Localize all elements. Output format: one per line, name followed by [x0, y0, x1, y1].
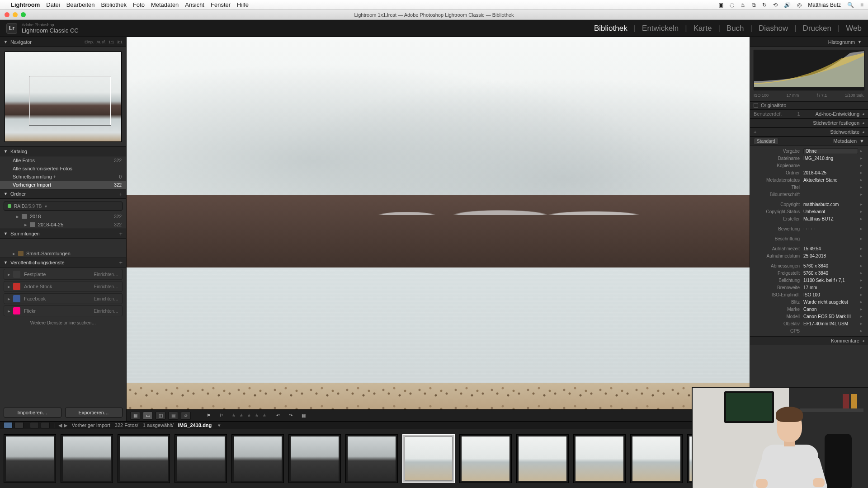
quickdev-header[interactable]: Benutzerdef.1Ad-hoc-Entwicklung◂ — [750, 109, 868, 118]
module-entwickeln[interactable]: Entwickeln — [642, 24, 679, 33]
metadata-row[interactable]: ISO-Empfindl.ISO 100▸ — [754, 291, 864, 298]
compare-view-button[interactable]: ◫ — [156, 412, 165, 420]
loupe-view-button[interactable]: ▭ — [143, 412, 153, 420]
survey-view-button[interactable]: ▤ — [168, 412, 178, 420]
metadata-row[interactable]: ErstellerMatthias BUTZ▸ — [754, 215, 864, 222]
menu-bearbeiten[interactable]: Bearbeiten — [66, 1, 95, 8]
metadata-row[interactable]: ObjektivEF17-40mm f/4L USM▸ — [754, 320, 864, 327]
katalog-row[interactable]: Alle synchronisierten Fotos — [0, 164, 126, 173]
metadata-row[interactable]: MarkeCanon▸ — [754, 305, 864, 313]
menu-fenster[interactable]: Fenster — [211, 1, 231, 8]
forward-button[interactable]: ▶ — [64, 422, 67, 428]
loupe-view[interactable]: ▦ ▭ ◫ ▤ ☺ ⚑ ⚐ ★ ★ ★ ★ ★ ↶ ↷ ▦ — [127, 37, 750, 421]
back-button[interactable]: ◀ — [58, 422, 62, 428]
folder-row[interactable]: ▸2018322 — [0, 212, 126, 221]
search-icon[interactable]: 🔍 — [847, 2, 854, 8]
navigator-header[interactable]: ▼ Navigator Einp. Ausf. 1:1 3:1 — [0, 37, 126, 47]
publish-more-link[interactable]: Weitere Dienste online suchen… — [0, 318, 126, 328]
wifi-icon[interactable]: ⟲ — [773, 2, 778, 8]
metadata-row[interactable]: Abmessungen5760 x 3840▸ — [754, 262, 864, 269]
user-name[interactable]: Matthias Butz — [808, 2, 841, 8]
smart-collections-row[interactable]: ▸ Smart-Sammlungen — [0, 249, 126, 258]
flame-icon[interactable]: ♨ — [741, 2, 745, 8]
volume-icon[interactable]: 🔊 — [784, 2, 791, 8]
nav-1to1[interactable]: 1:1 — [108, 40, 114, 44]
close-window-button[interactable] — [5, 12, 9, 17]
dropbox-icon[interactable]: ⧉ — [752, 2, 756, 8]
photo-preview[interactable] — [127, 37, 750, 421]
add-folder-icon[interactable]: + — [119, 191, 123, 197]
menu-metadaten[interactable]: Metadaten — [151, 1, 179, 8]
add-collection-icon[interactable]: + — [119, 230, 123, 237]
minimize-window-button[interactable] — [13, 12, 18, 17]
module-bibliothek[interactable]: Bibliothek — [594, 24, 627, 33]
folder-row[interactable]: ▸2018-04-25322 — [0, 221, 126, 229]
ordner-header[interactable]: ▼Ordner+ — [0, 189, 126, 199]
metadata-row[interactable]: Copyright-StatusUnbekannt▸ — [754, 208, 864, 215]
app-menu[interactable]: Lightroom — [11, 1, 40, 8]
metadata-row[interactable]: Belichtung1/100 Sek. bei f / 7,1▸ — [754, 277, 864, 284]
import-button[interactable]: Importieren… — [4, 408, 61, 418]
metadata-row[interactable]: Aufnahmezeit15:49:54▸ — [754, 245, 864, 252]
filmstrip-thumb[interactable] — [175, 434, 227, 483]
publish-header[interactable]: ▼Veröffentlichungsdienste+ — [0, 258, 126, 267]
metadata-row[interactable]: ModellCanon EOS 5D Mark III▸ — [754, 313, 864, 320]
status-icon[interactable]: ▣ — [718, 2, 723, 8]
rotate-left-button[interactable]: ↶ — [273, 412, 283, 420]
metadata-row[interactable]: Beschriftung▸ — [754, 235, 864, 242]
secondary-display-button[interactable] — [4, 422, 13, 428]
flag-reject-button[interactable]: ⚐ — [216, 412, 226, 420]
metadata-preset-dropdown[interactable]: Standard — [754, 138, 778, 145]
secondary-display-2-button[interactable] — [14, 422, 24, 428]
katalog-row[interactable]: Alle Fotos322 — [0, 156, 126, 164]
grid-view-button[interactable]: ▦ — [130, 412, 140, 420]
filmstrip-thumb[interactable] — [345, 434, 398, 483]
metadata-row[interactable]: Titel▸ — [754, 183, 864, 191]
filmstrip-thumb[interactable] — [118, 434, 170, 483]
nav-3to1[interactable]: 3:1 — [117, 40, 123, 44]
flag-pick-button[interactable]: ⚑ — [203, 412, 213, 420]
chevron-down-icon[interactable]: ▾ — [218, 422, 221, 428]
module-diashow[interactable]: Diashow — [759, 24, 788, 33]
menu-foto[interactable]: Foto — [133, 1, 145, 8]
keywords-header[interactable]: Stichwörter festlegen◂ — [750, 118, 868, 127]
filmstrip-thumb[interactable] — [459, 434, 512, 483]
metadata-row[interactable]: BlitzWurde nicht ausgelöst▸ — [754, 298, 864, 305]
nav-fit[interactable]: Einp. — [85, 40, 94, 44]
katalog-row[interactable]: Schnellsammlung +0 — [0, 173, 126, 181]
grid-tiny2-button[interactable] — [41, 422, 50, 428]
filmstrip-thumb[interactable] — [402, 434, 455, 483]
metadata-row[interactable]: Bewertung· · · · ·▸ — [754, 225, 864, 232]
export-button[interactable]: Exportieren… — [65, 408, 123, 418]
metadata-row[interactable]: Brennweite17 mm▸ — [754, 284, 864, 291]
filmstrip-thumb[interactable] — [630, 434, 683, 483]
filmstrip-thumb[interactable] — [288, 434, 341, 483]
filmstrip-thumb[interactable] — [231, 434, 284, 483]
histogram-header[interactable]: Histogramm ▼ — [750, 37, 868, 47]
metadata-header[interactable]: Standard Metadaten▼ — [750, 136, 868, 145]
module-karte[interactable]: Karte — [693, 24, 712, 33]
module-web[interactable]: Web — [846, 24, 862, 33]
slideshow-button[interactable]: ▦ — [298, 412, 308, 420]
publish-service-row[interactable]: ▸FlickrEinrichten… — [4, 305, 123, 316]
navigator-preview[interactable] — [5, 52, 122, 142]
metadata-row[interactable]: MetadatenstatusAktuellster Stand▸ — [754, 176, 864, 183]
publish-service-row[interactable]: ▸FestplatteEinrichten… — [4, 269, 123, 280]
people-view-button[interactable]: ☺ — [181, 412, 191, 420]
zoom-window-button[interactable] — [21, 12, 26, 17]
metadata-row[interactable]: Bildunterschrift▸ — [754, 191, 864, 198]
metadata-row[interactable]: Freigestellt5760 x 3840▸ — [754, 269, 864, 277]
menu-hilfe[interactable]: Hilfe — [237, 1, 249, 8]
histogram[interactable] — [754, 50, 864, 90]
filter-collections[interactable] — [4, 239, 123, 249]
metadata-row[interactable]: Copyrightmatthiasbutz.com▸ — [754, 201, 864, 208]
original-checkbox[interactable]: Originalfoto — [750, 101, 868, 109]
module-drucken[interactable]: Drucken — [803, 24, 831, 33]
metadata-row[interactable]: GPS▸ — [754, 327, 864, 334]
filmstrip-thumb[interactable] — [573, 434, 626, 483]
filmstrip-thumb[interactable] — [516, 434, 569, 483]
katalog-row[interactable]: Vorheriger Import322 — [0, 181, 126, 189]
grid-tiny-button[interactable] — [30, 422, 39, 428]
navigator-crop-box[interactable] — [29, 76, 111, 125]
rating-stars[interactable]: ★ ★ ★ ★ ★ — [231, 413, 268, 418]
